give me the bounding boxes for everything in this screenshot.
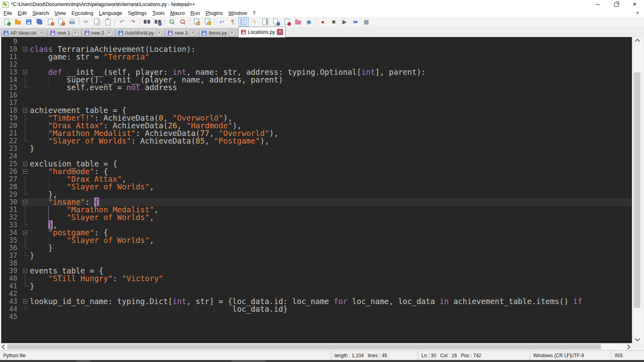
function-completion-button[interactable]: ϟ	[249, 17, 260, 27]
tab-ap-ideas-txt[interactable]: AP Ideas.txt×	[1, 29, 47, 37]
code-text[interactable]: },	[30, 191, 632, 198]
fold-marker[interactable]	[21, 198, 30, 206]
close-all-button[interactable]	[56, 17, 66, 27]
scroll-down-arrow[interactable]	[633, 336, 641, 343]
fold-marker[interactable]	[21, 267, 30, 275]
zoom-in-button[interactable]	[167, 17, 177, 27]
document-map-button[interactable]	[260, 17, 270, 27]
fold-marker[interactable]	[21, 298, 30, 305]
code-text[interactable]: "Slayer of Worlds",	[30, 237, 632, 244]
code-text[interactable]	[30, 152, 632, 160]
monitoring-button[interactable]: ◉	[303, 17, 314, 27]
fold-marker[interactable]	[21, 168, 30, 175]
code-text[interactable]: "Slayer of Worlds",	[30, 183, 632, 191]
macro-record-button[interactable]: ●	[318, 17, 328, 27]
tab-close-icon[interactable]: ×	[229, 30, 235, 36]
fold-marker[interactable]	[21, 45, 30, 53]
vertical-scrollbar-thumb[interactable]	[634, 72, 640, 308]
scroll-up-arrow[interactable]	[633, 37, 641, 44]
fold-marker[interactable]	[21, 160, 30, 168]
code-text[interactable]: }	[30, 282, 632, 290]
minimize-button[interactable]	[588, 0, 607, 9]
document-close-icon[interactable]: ×	[634, 10, 641, 16]
paste-button[interactable]	[103, 17, 113, 27]
horizontal-scrollbar[interactable]	[0, 343, 632, 350]
menu-window[interactable]: Window	[226, 10, 250, 16]
menu-run[interactable]: Run	[188, 10, 203, 16]
menu-settings[interactable]: Settings	[125, 10, 150, 16]
code-text[interactable]: }	[30, 244, 632, 252]
menu-encoding[interactable]: Encoding	[69, 10, 96, 16]
tab-close-icon[interactable]: ×	[156, 30, 162, 36]
tab-new-3[interactable]: new 3×	[165, 29, 198, 37]
macro-run-multiple-button[interactable]: ▶▶	[350, 17, 361, 27]
menu-help[interactable]: ?	[250, 10, 258, 16]
new-file-button[interactable]	[2, 17, 12, 27]
copy-button[interactable]	[92, 17, 102, 27]
tab-close-icon[interactable]: ×	[277, 29, 283, 35]
save-all-button[interactable]	[34, 17, 45, 27]
tab-autoworld-py[interactable]: AutoWorld.py×	[116, 29, 165, 37]
print-button[interactable]	[67, 17, 77, 27]
code-text[interactable]: game: str = "Terraria"	[30, 53, 632, 61]
code-text[interactable]: self.event = not address	[30, 84, 632, 91]
find-button[interactable]	[142, 17, 152, 27]
code-text[interactable]: },	[30, 221, 632, 229]
menu-search[interactable]: Search	[29, 10, 52, 16]
vertical-scrollbar[interactable]	[633, 37, 641, 343]
close-file-button[interactable]	[45, 17, 56, 27]
fold-marker[interactable]	[21, 229, 30, 237]
code-text[interactable]	[30, 91, 632, 99]
redo-button[interactable]: ↷	[128, 17, 138, 27]
fold-marker[interactable]	[21, 107, 30, 114]
tab-close-icon[interactable]: ×	[190, 30, 196, 36]
undo-button[interactable]: ↶	[117, 17, 127, 27]
scroll-right-arrow[interactable]	[625, 343, 632, 350]
replace-button[interactable]	[153, 17, 163, 27]
close-button[interactable]: ×	[625, 0, 644, 9]
code-text[interactable]: }	[30, 252, 632, 259]
tab-close-icon[interactable]: ×	[38, 30, 44, 36]
save-file-button[interactable]	[23, 17, 34, 27]
code-text[interactable]: exclusion_table = {	[30, 160, 632, 168]
code-text[interactable]: "Still Hungry": "Victory"	[30, 275, 632, 282]
horizontal-scrollbar-thumb[interactable]	[7, 344, 601, 350]
code-text[interactable]: }	[30, 145, 632, 152]
menu-file[interactable]: File	[1, 10, 15, 16]
open-file-button[interactable]	[12, 17, 23, 27]
function-list-button[interactable]	[282, 17, 292, 27]
code-text[interactable]: loc_data.id}	[30, 305, 632, 313]
code-text[interactable]	[30, 313, 632, 321]
macro-play-button[interactable]: ▶	[339, 17, 350, 27]
code-text[interactable]	[30, 259, 632, 267]
code-area[interactable]: 910class TerrariaAchievement(Location):1…	[1, 37, 632, 343]
zoom-out-button[interactable]	[178, 17, 188, 27]
cut-button[interactable]: ✂	[81, 17, 91, 27]
sync-vertical-scrolling-button[interactable]	[192, 17, 202, 27]
restore-button[interactable]	[607, 0, 625, 9]
code-text[interactable]: "Slayer of Worlds",	[30, 214, 632, 221]
tab-close-icon[interactable]: ×	[106, 30, 112, 36]
tab-new-1[interactable]: new 1×	[47, 29, 81, 37]
scroll-left-arrow[interactable]	[0, 343, 7, 350]
macro-stop-button[interactable]: ■	[328, 17, 339, 27]
tab-locations-py[interactable]: Locations.py×	[238, 27, 286, 37]
tab-close-icon[interactable]: ×	[72, 30, 78, 36]
menu-macro[interactable]: Macro	[167, 10, 188, 16]
show-all-characters-button[interactable]: ¶	[227, 17, 238, 27]
document-list-button[interactable]	[271, 17, 281, 27]
sync-horizontal-scrolling-button[interactable]	[202, 17, 213, 27]
menu-view[interactable]: View	[52, 10, 69, 16]
tab-new-2[interactable]: new 2×	[82, 29, 115, 37]
folder-as-workspace-button[interactable]	[293, 17, 303, 27]
menu-language[interactable]: Language	[96, 10, 125, 16]
menu-plugins[interactable]: Plugins	[203, 10, 226, 16]
tab-items-py[interactable]: Items.py×	[199, 29, 237, 37]
code-text[interactable]: "Slayer of Worlds": AchieveData(85, "Pos…	[30, 137, 632, 145]
show-indent-guide-button[interactable]	[238, 17, 249, 27]
menu-tools[interactable]: Tools	[150, 10, 167, 16]
word-wrap-button[interactable]: ↩	[217, 17, 227, 27]
fold-marker[interactable]	[21, 68, 30, 76]
macro-save-button[interactable]: ▦	[361, 17, 372, 27]
menu-edit[interactable]: Edit	[15, 10, 29, 16]
